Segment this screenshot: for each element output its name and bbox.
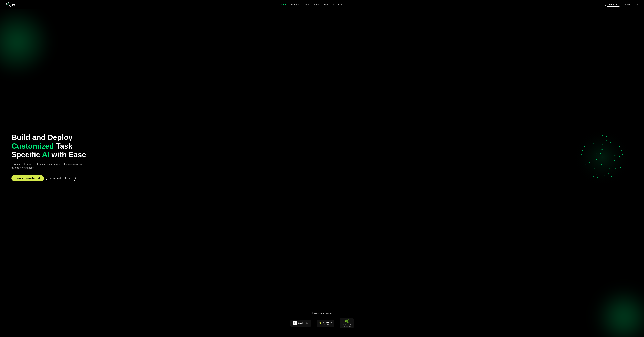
svg-point-105	[607, 156, 607, 156]
willow-icon: 🌿	[344, 319, 349, 323]
svg-point-122	[591, 161, 592, 161]
svg-point-47	[619, 161, 620, 161]
svg-point-41	[606, 140, 607, 141]
log-in-link[interactable]: Log in	[633, 3, 638, 5]
hero-subtitle: Leverage self-service tools or opt for c…	[12, 162, 86, 170]
svg-point-81	[589, 155, 589, 155]
hero-title-line1: Build and Deploy	[12, 133, 72, 141]
svg-point-93	[606, 165, 607, 165]
svg-point-117	[609, 145, 609, 145]
nav-products[interactable]: Products	[291, 3, 300, 5]
svg-point-78	[592, 166, 592, 166]
svg-point-98	[594, 159, 595, 160]
svg-point-66	[609, 146, 610, 147]
svg-point-70	[616, 159, 616, 159]
hero-section: Build and Deploy Customized Task Specifi…	[0, 0, 644, 337]
singularity-name: Singularity	[322, 321, 332, 324]
svg-point-18	[586, 143, 587, 143]
hero-title-end: with Ease	[50, 150, 86, 159]
svg-point-22	[581, 159, 582, 159]
svg-point-53	[600, 174, 600, 174]
svg-point-55	[592, 169, 592, 170]
svg-point-38	[621, 150, 622, 151]
logo[interactable]: pyq	[6, 2, 18, 7]
readymade-solutions-button[interactable]: Readymade Solutions	[46, 175, 76, 181]
svg-point-46	[619, 156, 620, 157]
svg-point-141	[620, 157, 620, 157]
nav-docs[interactable]: Docs	[304, 3, 309, 5]
svg-point-40	[602, 140, 602, 140]
svg-point-101	[598, 151, 599, 151]
hero-content: Build and Deploy Customized Task Specifi…	[0, 0, 644, 306]
svg-point-96	[598, 164, 598, 165]
svg-point-120	[593, 151, 593, 151]
svg-point-128	[614, 160, 614, 161]
svg-point-19	[584, 146, 585, 147]
svg-point-35	[622, 163, 622, 164]
svg-point-71	[615, 162, 615, 163]
svg-point-116	[600, 153, 600, 154]
svg-point-60	[587, 150, 588, 150]
enterprise-call-button[interactable]: Book an Enterprise Call	[12, 175, 44, 181]
svg-point-114	[597, 157, 597, 157]
svg-point-86	[602, 149, 602, 150]
svg-point-52	[604, 174, 604, 175]
singularity-text-block: Singularity Capital	[322, 321, 332, 325]
nav-about[interactable]: About Us	[333, 3, 342, 5]
svg-point-21	[581, 154, 582, 155]
sign-up-link[interactable]: Sign up	[624, 3, 630, 5]
svg-point-92	[609, 163, 609, 163]
svg-point-127	[612, 164, 612, 165]
svg-point-75	[602, 171, 602, 171]
svg-point-69	[616, 155, 616, 155]
hero-title-green: Customized	[12, 142, 54, 150]
book-call-button[interactable]: Book a Call	[605, 2, 622, 6]
svg-point-28	[598, 177, 598, 178]
svg-line-7	[6, 5, 8, 5]
svg-point-112	[597, 162, 598, 162]
svg-point-26	[590, 174, 590, 174]
hero-left: Build and Deploy Customized Task Specifi…	[12, 133, 86, 181]
nav-blog[interactable]: Blog	[324, 3, 328, 5]
svg-point-68	[614, 152, 615, 152]
svg-point-72	[613, 166, 613, 166]
svg-point-25	[586, 171, 587, 171]
nav-status[interactable]: Status	[314, 3, 320, 5]
svg-point-97	[596, 162, 596, 162]
svg-point-136	[612, 172, 612, 172]
singularity-logo: $ Singularity Capital	[316, 320, 334, 327]
hero-title-ai: AI	[42, 150, 50, 159]
svg-point-34	[620, 167, 621, 168]
svg-point-125	[603, 169, 603, 169]
svg-point-27	[593, 176, 594, 177]
svg-point-57	[587, 162, 587, 163]
svg-point-73	[610, 168, 610, 169]
svg-point-126	[608, 167, 608, 168]
svg-point-30	[606, 177, 607, 178]
svg-point-50	[612, 171, 612, 172]
svg-point-64	[602, 144, 602, 144]
hero-sphere	[572, 127, 632, 187]
svg-point-2	[8, 3, 9, 5]
svg-point-130	[613, 151, 613, 151]
svg-point-90	[611, 157, 611, 157]
svg-point-16	[594, 137, 594, 138]
svg-point-91	[610, 160, 611, 160]
svg-point-15	[598, 136, 598, 137]
svg-point-110	[602, 164, 602, 165]
investors-label: Backed by Investors:	[12, 312, 632, 314]
svg-point-137	[588, 168, 588, 169]
nav-home[interactable]: Home	[280, 3, 286, 5]
svg-point-108	[606, 163, 606, 163]
svg-point-139	[584, 160, 584, 160]
svg-point-95	[600, 166, 601, 166]
svg-point-31	[611, 176, 612, 177]
svg-point-124	[598, 168, 598, 168]
svg-point-13	[615, 140, 616, 140]
svg-point-39	[619, 146, 620, 147]
svg-point-23	[582, 163, 582, 164]
yc-box: Y	[293, 321, 297, 325]
singularity-sub: Capital	[322, 324, 332, 325]
svg-point-51	[608, 173, 609, 174]
svg-line-8	[9, 3, 10, 4]
